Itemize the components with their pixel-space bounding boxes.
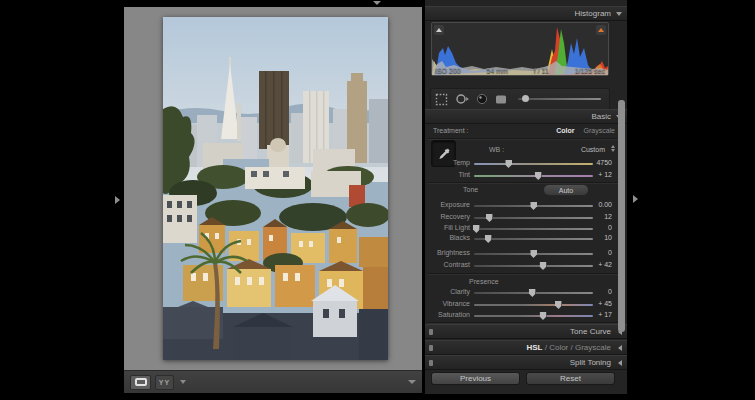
divider	[428, 138, 624, 139]
exif-focal-length: 54 mm	[487, 67, 508, 74]
temp-slider-row: Temp 4750	[425, 158, 627, 168]
collapse-left-icon	[618, 360, 622, 366]
exposure-slider-thumb[interactable]	[530, 202, 537, 210]
reset-button[interactable]: Reset	[526, 372, 615, 385]
exif-shutter: 1/125 sec	[575, 67, 605, 74]
tone-curve-title: Tone Curve	[570, 327, 611, 336]
brightness-value[interactable]: 0	[572, 249, 612, 256]
blacks-slider-row: Blacks 10	[425, 233, 627, 243]
clarity-slider-row: Clarity 0	[425, 287, 627, 297]
hsl-panel-header[interactable]: HSL / Color / Grayscale	[425, 340, 627, 355]
divider	[428, 182, 624, 183]
clarity-value[interactable]: 0	[572, 288, 612, 295]
histogram[interactable]: ISO 200 54 mm f / 11 1/125 sec	[431, 22, 609, 76]
crop-overlay-tool[interactable]	[435, 93, 448, 106]
adjustment-brush-slider-thumb[interactable]	[522, 95, 529, 102]
recovery-value[interactable]: 12	[572, 213, 612, 220]
divider	[428, 273, 624, 274]
tool-strip	[430, 88, 610, 110]
tone-section-label: Tone	[463, 186, 478, 193]
lightroom-develop-window: YY Histogram ISO 200	[0, 0, 755, 400]
photo-canvas[interactable]	[163, 17, 388, 360]
divider	[428, 322, 624, 323]
split-toning-title: Split Toning	[570, 358, 611, 367]
vibrance-slider-thumb[interactable]	[555, 301, 562, 309]
loupe-view-button[interactable]	[130, 375, 151, 390]
wb-dropdown-icon[interactable]	[611, 145, 615, 152]
collapse-left-icon	[618, 345, 622, 351]
saturation-slider-thumb[interactable]	[540, 312, 547, 320]
treatment-label: Treatment :	[433, 127, 469, 134]
basic-panel-header[interactable]: Basic	[425, 109, 627, 124]
histogram-panel-header[interactable]: Histogram	[425, 6, 627, 21]
treatment-color-option[interactable]: Color	[556, 127, 574, 134]
fill-light-slider-row: Fill Light 0	[425, 223, 627, 233]
hsl-title[interactable]: HSL	[526, 343, 542, 352]
panel-scrollbar[interactable]	[618, 100, 625, 332]
recovery-slider-thumb[interactable]	[486, 214, 493, 222]
hsl-color-title[interactable]: Color	[549, 343, 568, 352]
treatment-row: Treatment : Color Grayscale	[425, 124, 627, 136]
temp-slider-thumb[interactable]	[505, 160, 512, 168]
presence-section-label: Presence	[469, 278, 499, 285]
left-panel-reveal-icon[interactable]	[115, 196, 120, 204]
fill-light-value[interactable]: 0	[572, 224, 612, 231]
tone-curve-panel-header[interactable]: Tone Curve	[425, 324, 627, 339]
graduated-filter-icon	[495, 94, 507, 105]
exposure-value[interactable]: 0.00	[572, 201, 612, 208]
panel-toggle-icon[interactable]	[429, 345, 433, 351]
crop-grid-icon	[435, 93, 448, 106]
vibrance-value[interactable]: + 45	[572, 300, 612, 307]
collapse-down-icon	[616, 12, 622, 16]
contrast-value[interactable]: + 42	[572, 261, 612, 268]
view-options-caret-icon[interactable]	[180, 380, 186, 384]
red-eye-icon	[476, 93, 488, 105]
contrast-slider-row: Contrast + 42	[425, 260, 627, 270]
contrast-slider-thumb[interactable]	[540, 262, 547, 270]
top-panel-reveal-icon[interactable]	[373, 1, 381, 5]
blacks-slider-thumb[interactable]	[485, 235, 492, 243]
spot-removal-icon	[455, 93, 469, 105]
split-toning-panel-header[interactable]: Split Toning	[425, 355, 627, 370]
saturation-value[interactable]: + 17	[572, 311, 612, 318]
clarity-slider-thumb[interactable]	[529, 289, 536, 297]
tint-value[interactable]: + 12	[572, 171, 612, 178]
previous-button[interactable]: Previous	[431, 372, 520, 385]
saturation-slider-row: Saturation + 17	[425, 310, 627, 320]
vibrance-slider-row: Vibrance + 45	[425, 299, 627, 309]
wb-label: WB :	[489, 146, 504, 153]
graduated-filter-tool[interactable]	[495, 94, 507, 105]
exif-info-row: ISO 200 54 mm f / 11 1/125 sec	[435, 67, 605, 74]
spot-removal-tool[interactable]	[455, 93, 469, 105]
basic-panel-title: Basic	[591, 112, 611, 121]
panel-toggle-icon[interactable]	[429, 329, 433, 335]
exif-aperture: f / 11	[534, 67, 549, 74]
sf-cityscape-photo	[163, 17, 388, 360]
histogram-panel-title: Histogram	[575, 9, 611, 18]
red-eye-tool[interactable]	[476, 93, 488, 105]
auto-tone-button[interactable]: Auto	[543, 184, 589, 196]
panel-toggle-icon[interactable]	[429, 360, 433, 366]
tint-slider-row: Tint + 12	[425, 170, 627, 180]
highlight-clipping-indicator[interactable]	[596, 25, 606, 35]
right-panel-group: Histogram ISO 200 54 mm f / 11 1/125 sec	[425, 0, 627, 394]
temp-value[interactable]: 4750	[572, 159, 612, 166]
wb-preset-value[interactable]: Custom	[581, 146, 605, 153]
recovery-slider-row: Recovery 12	[425, 212, 627, 222]
right-panel-reveal-icon[interactable]	[633, 195, 638, 203]
before-after-view-button[interactable]: YY	[155, 375, 174, 390]
treatment-grayscale-option[interactable]: Grayscale	[583, 127, 615, 134]
adjustment-brush-slider[interactable]	[518, 98, 601, 100]
toolbar-options-caret-icon[interactable]	[408, 380, 416, 384]
hsl-grayscale-title[interactable]: Grayscale	[575, 343, 611, 352]
exposure-slider-row: Exposure 0.00	[425, 200, 627, 210]
develop-toolbar: YY	[124, 370, 422, 393]
fill-light-slider-thumb[interactable]	[473, 225, 480, 233]
exif-iso: ISO 200	[435, 67, 461, 74]
tint-slider-thumb[interactable]	[535, 172, 542, 180]
brightness-slider-row: Brightness 0	[425, 248, 627, 258]
brightness-slider-thumb[interactable]	[530, 250, 537, 258]
shadow-clipping-indicator[interactable]	[434, 25, 444, 35]
blacks-value[interactable]: 10	[572, 234, 612, 241]
before-after-icon: YY	[159, 379, 170, 386]
